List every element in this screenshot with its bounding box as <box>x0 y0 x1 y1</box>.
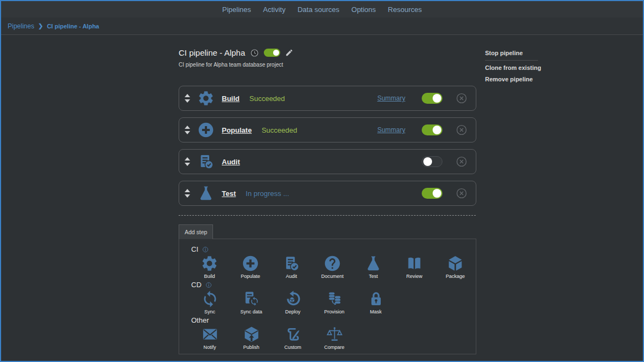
step-toggle[interactable] <box>422 124 442 135</box>
palette-item-label: Publish <box>243 345 259 350</box>
reorder-handle[interactable] <box>185 157 190 166</box>
dashed-divider <box>179 215 476 216</box>
actions-divider <box>485 60 538 61</box>
reorder-handle[interactable] <box>185 94 190 103</box>
reorder-handle[interactable] <box>185 126 190 134</box>
edit-pencil-icon[interactable] <box>285 49 293 57</box>
remove-step-icon[interactable] <box>456 156 468 168</box>
group-label-text: CI <box>191 245 198 253</box>
group-label-text: Other <box>191 316 209 324</box>
palette-item-test[interactable]: Test <box>353 254 394 279</box>
step-row-populate: Populate Succeeded Summary <box>179 117 476 143</box>
palette-item-label: Provision <box>324 309 344 314</box>
audit-document-check-icon <box>197 153 215 170</box>
cube-up-arrow-icon <box>243 325 261 343</box>
step-row-audit: Audit <box>179 149 476 174</box>
nav-pipelines[interactable]: Pipelines <box>222 5 251 14</box>
open-book-icon <box>405 254 423 272</box>
palette-item-build[interactable]: Build <box>189 254 230 279</box>
palette-item-label: Sync data <box>240 309 262 314</box>
plus-circle-icon <box>241 254 259 272</box>
pipeline-enabled-toggle[interactable] <box>264 49 280 57</box>
group-label-text: CD <box>191 281 202 289</box>
main-content: CI pipeline - Alpha CI pipeline for Alph… <box>1 35 643 361</box>
app-window: Pipelines Activity Data sources Options … <box>0 0 644 362</box>
remove-step-icon[interactable] <box>456 92 468 104</box>
flask-icon <box>197 185 215 202</box>
summary-link[interactable]: Summary <box>377 126 405 134</box>
padlock-icon <box>367 290 385 308</box>
plus-circle-icon <box>197 121 215 139</box>
sync-arrows-icon <box>201 290 219 308</box>
step-toggle[interactable] <box>422 93 442 104</box>
stop-pipeline-button[interactable]: Stop pipeline <box>485 50 541 56</box>
remove-step-icon[interactable] <box>456 124 468 136</box>
palette-item-label: Custom <box>284 345 301 350</box>
remove-pipeline-button[interactable]: Remove pipeline <box>485 76 541 82</box>
palette-item-publish[interactable]: Publish <box>231 325 272 350</box>
top-nav: Pipelines Activity Data sources Options … <box>1 1 643 17</box>
info-icon[interactable] <box>205 282 212 288</box>
pipeline-header: CI pipeline - Alpha CI pipeline for Alph… <box>179 48 293 68</box>
palette-item-notify[interactable]: Notify <box>189 325 231 350</box>
audit-document-check-icon <box>282 254 300 272</box>
balance-scale-icon <box>326 325 344 343</box>
scroll-quill-icon <box>284 325 302 343</box>
group-label-cd: CD <box>191 281 476 289</box>
palette-item-label: Review <box>406 274 423 279</box>
palette-item-package[interactable]: Package <box>435 254 476 279</box>
breadcrumb-pipelines-link[interactable]: Pipelines <box>8 22 34 30</box>
palette-item-label: Document <box>321 274 344 279</box>
cube-icon <box>446 254 464 272</box>
nav-resources[interactable]: Resources <box>388 5 422 14</box>
pipeline-steps-list: Build Succeeded Summary Populate Succeed… <box>179 86 476 212</box>
palette-item-label: Package <box>446 274 465 279</box>
palette-item-label: Sync <box>204 309 215 314</box>
envelope-icon <box>201 325 219 343</box>
palette-item-mask[interactable]: Mask <box>355 290 397 314</box>
palette-item-custom[interactable]: Custom <box>272 325 314 350</box>
step-toggle[interactable] <box>422 156 442 167</box>
palette-item-label: Compare <box>324 345 344 350</box>
step-name-link[interactable]: Test <box>222 189 236 198</box>
palette-item-document[interactable]: Document <box>312 254 353 279</box>
palette-item-populate[interactable]: Populate <box>230 254 271 279</box>
add-step-panel: CI Build Populate Audit Docume <box>179 239 476 354</box>
pipeline-actions: Stop pipeline Clone from existing Remove… <box>485 50 541 82</box>
palette-item-sync[interactable]: Sync <box>189 290 231 314</box>
database-stack-icon <box>326 290 344 308</box>
palette-item-label: Test <box>369 274 378 279</box>
palette-item-label: Populate <box>241 274 261 279</box>
step-toggle[interactable] <box>422 188 442 199</box>
palette-row-other: Notify Publish Custom Compare <box>189 325 476 350</box>
summary-link[interactable]: Summary <box>377 94 405 102</box>
palette-item-sync-data[interactable]: Sync data <box>231 290 272 314</box>
breadcrumb: Pipelines ❯ CI pipeline - Alpha <box>1 17 643 35</box>
nav-activity[interactable]: Activity <box>263 5 286 14</box>
step-name-link[interactable]: Audit <box>222 158 240 166</box>
nav-options[interactable]: Options <box>351 5 376 14</box>
clone-pipeline-button[interactable]: Clone from existing <box>485 64 541 71</box>
gear-icon <box>200 254 218 272</box>
deploy-rotate-cube-icon <box>284 290 302 308</box>
palette-item-deploy[interactable]: Deploy <box>272 290 314 314</box>
step-status: In progress ... <box>246 189 289 198</box>
info-icon[interactable] <box>202 246 209 253</box>
palette-item-compare[interactable]: Compare <box>314 325 355 350</box>
palette-row-ci: Build Populate Audit Document Test <box>189 254 476 279</box>
palette-item-audit[interactable]: Audit <box>271 254 312 279</box>
palette-item-provision[interactable]: Provision <box>314 290 355 314</box>
step-name-link[interactable]: Build <box>222 94 240 103</box>
palette-row-cd: Sync Sync data Deploy Provision Mask <box>189 290 476 314</box>
remove-step-icon[interactable] <box>456 187 468 199</box>
nav-data-sources[interactable]: Data sources <box>298 5 340 14</box>
add-step-tab[interactable]: Add step <box>179 224 213 239</box>
palette-item-label: Notify <box>203 345 216 350</box>
breadcrumb-current[interactable]: CI pipeline - Alpha <box>47 23 99 29</box>
palette-item-review[interactable]: Review <box>394 254 435 279</box>
group-label-ci: CI <box>191 245 476 253</box>
document-sync-icon <box>243 290 261 308</box>
schedule-clock-icon <box>250 49 259 57</box>
reorder-handle[interactable] <box>185 189 190 198</box>
step-name-link[interactable]: Populate <box>222 126 252 134</box>
